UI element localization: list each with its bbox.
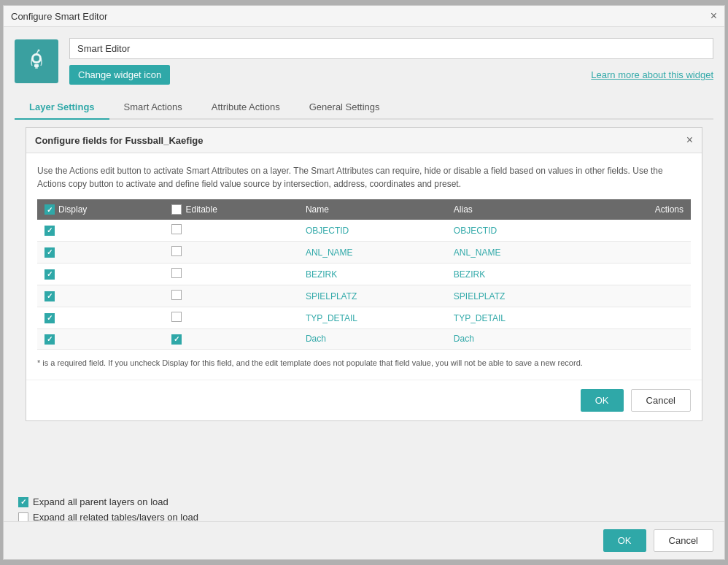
col-name: Name <box>298 199 446 220</box>
display-checkbox-4[interactable] <box>44 313 55 323</box>
table-row: TYP_DETAILTYP_DETAIL <box>37 307 691 329</box>
col-alias: Alias <box>446 199 595 220</box>
field-name-1: ANL_NAME <box>298 242 446 264</box>
field-name-5: Dach <box>298 329 446 350</box>
editable-checkbox-1[interactable] <box>171 246 182 256</box>
col-display: Display <box>37 199 164 220</box>
field-alias-1: ANL_NAME <box>446 242 595 264</box>
display-checkbox-5[interactable] <box>44 334 55 345</box>
field-actions-5 <box>595 329 691 350</box>
outer-footer: OK Cancel <box>4 521 724 559</box>
table-row: DachDach <box>37 329 691 350</box>
editable-header-checkbox[interactable] <box>171 204 182 215</box>
field-actions-1 <box>595 242 691 264</box>
expand-parent-row: Expand all parent layers on load <box>18 496 198 507</box>
editable-checkbox-0[interactable] <box>171 224 182 234</box>
outer-title-bar: Configure Smart Editor × <box>4 6 724 27</box>
field-alias-3: SPIELPLATZ <box>446 285 595 307</box>
field-alias-4: TYP_DETAIL <box>446 307 595 329</box>
display-checkbox-1[interactable] <box>44 247 55 258</box>
widget-header: Change widget icon Learn more about this… <box>15 38 713 85</box>
field-name-2: BEZIRK <box>298 264 446 285</box>
table-row: BEZIRKBEZIRK <box>37 264 691 285</box>
field-alias-2: BEZIRK <box>446 264 595 285</box>
fields-table: Display Editable Name Alias <box>37 199 691 350</box>
display-checkbox-3[interactable] <box>44 291 55 301</box>
field-name-3: SPIELPLATZ <box>298 285 446 307</box>
expand-parent-label: Expand all parent layers on load <box>33 496 169 507</box>
field-name-0: OBJECTID <box>298 220 446 242</box>
widget-icon <box>23 48 50 74</box>
svg-rect-2 <box>34 64 39 67</box>
info-text: Use the Actions edit button to activate … <box>37 164 691 191</box>
outer-cancel-button[interactable]: Cancel <box>654 529 713 552</box>
editable-checkbox-4[interactable] <box>171 312 182 322</box>
field-actions-3 <box>595 285 691 307</box>
tab-general-settings[interactable]: General Settings <box>295 96 395 120</box>
required-note: * is a required field. If you uncheck Di… <box>37 357 691 369</box>
widget-header-right: Change widget icon Learn more about this… <box>69 38 713 85</box>
change-icon-button[interactable]: Change widget icon <box>69 65 170 85</box>
svg-point-1 <box>34 55 39 61</box>
field-alias-5: Dach <box>446 329 595 350</box>
expand-parent-checkbox[interactable] <box>18 497 28 507</box>
field-name-4: TYP_DETAIL <box>298 307 446 329</box>
outer-close-button[interactable]: × <box>710 10 717 22</box>
editable-checkbox-3[interactable] <box>171 290 182 300</box>
inner-modal-body: Use the Actions edit button to activate … <box>26 153 702 380</box>
tab-layer-settings[interactable]: Layer Settings <box>15 96 109 120</box>
table-row: SPIELPLATZSPIELPLATZ <box>37 285 691 307</box>
inner-modal-footer: OK Cancel <box>26 380 702 420</box>
editable-checkbox-5[interactable] <box>171 334 182 345</box>
tabs-bar: Layer Settings Smart Actions Attribute A… <box>15 96 713 120</box>
learn-more-link[interactable]: Learn more about this widget <box>591 69 713 80</box>
tab-attribute-actions[interactable]: Attribute Actions <box>197 96 295 120</box>
widget-icon-box <box>15 39 58 83</box>
col-actions: Actions <box>595 199 691 220</box>
bottom-options-area: Expand all parent layers on load Expand … <box>18 496 198 523</box>
widget-name-input[interactable] <box>69 38 713 59</box>
table-row: OBJECTIDOBJECTID <box>37 220 691 242</box>
display-checkbox-2[interactable] <box>44 269 55 280</box>
outer-window: Configure Smart Editor × <box>3 5 725 560</box>
inner-modal-title-bar: Configure fields for Fussball_Kaefige × <box>26 128 702 153</box>
svg-rect-3 <box>35 67 38 69</box>
editable-checkbox-2[interactable] <box>171 268 182 278</box>
inner-cancel-button[interactable]: Cancel <box>631 389 691 412</box>
outer-ok-button[interactable]: OK <box>603 529 646 552</box>
display-checkbox-0[interactable] <box>44 226 55 236</box>
col-editable: Editable <box>164 199 298 220</box>
table-row: ANL_NAMEANL_NAME <box>37 242 691 264</box>
field-actions-0 <box>595 220 691 242</box>
outer-window-title: Configure Smart Editor <box>11 11 107 22</box>
inner-modal: Configure fields for Fussball_Kaefige × … <box>26 127 702 421</box>
display-header-checkbox[interactable] <box>44 204 55 215</box>
outer-content: Change widget icon Learn more about this… <box>4 27 724 559</box>
field-alias-0: OBJECTID <box>446 220 595 242</box>
inner-modal-close-button[interactable]: × <box>686 134 693 147</box>
field-actions-4 <box>595 307 691 329</box>
svg-point-5 <box>38 50 40 52</box>
inner-ok-button[interactable]: OK <box>581 389 624 412</box>
tab-smart-actions[interactable]: Smart Actions <box>109 96 197 120</box>
inner-modal-title: Configure fields for Fussball_Kaefige <box>35 135 203 146</box>
field-actions-2 <box>595 264 691 285</box>
